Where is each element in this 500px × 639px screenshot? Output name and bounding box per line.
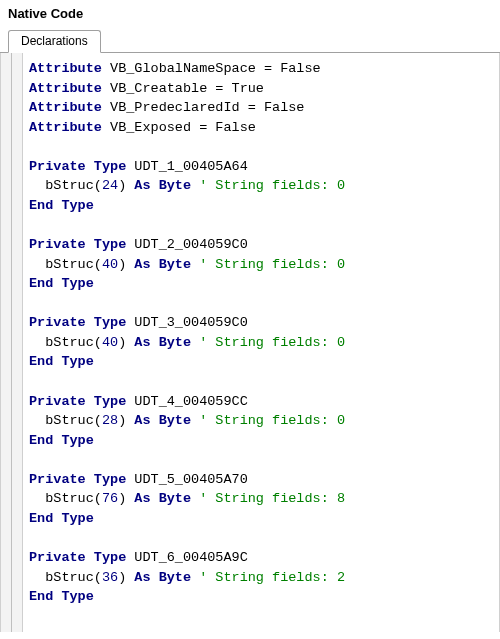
end-type-line: End Type xyxy=(29,431,495,451)
type-decl-line: Private Type UDT_3_004059C0 xyxy=(29,313,495,333)
attribute-line: Attribute VB_Exposed = False xyxy=(29,118,495,138)
tab-declarations[interactable]: Declarations xyxy=(8,30,101,53)
panel-title: Native Code xyxy=(0,0,500,29)
end-type-line: End Type xyxy=(29,587,495,607)
blank-line xyxy=(29,294,495,314)
blank-line xyxy=(29,137,495,157)
blank-line xyxy=(29,529,495,549)
type-field-line: bStruc(24) As Byte ' String fields: 0 xyxy=(29,176,495,196)
code-area[interactable]: Attribute VB_GlobalNameSpace = FalseAttr… xyxy=(23,53,499,632)
tab-strip: Declarations xyxy=(0,29,500,53)
type-field-line: bStruc(36) As Byte ' String fields: 2 xyxy=(29,568,495,588)
code-gutter xyxy=(1,53,23,632)
type-decl-line: Private Type UDT_1_00405A64 xyxy=(29,157,495,177)
type-decl-line: Private Type UDT_4_004059CC xyxy=(29,392,495,412)
type-field-line: bStruc(40) As Byte ' String fields: 0 xyxy=(29,255,495,275)
blank-line xyxy=(29,450,495,470)
type-field-line: bStruc(40) As Byte ' String fields: 0 xyxy=(29,333,495,353)
attribute-line: Attribute VB_GlobalNameSpace = False xyxy=(29,59,495,79)
attribute-line: Attribute VB_PredeclaredId = False xyxy=(29,98,495,118)
attribute-line: Attribute VB_Creatable = True xyxy=(29,79,495,99)
type-decl-line: Private Type UDT_5_00405A70 xyxy=(29,470,495,490)
end-type-line: End Type xyxy=(29,274,495,294)
end-type-line: End Type xyxy=(29,352,495,372)
end-type-line: End Type xyxy=(29,196,495,216)
blank-line xyxy=(29,216,495,236)
type-field-line: bStruc(28) As Byte ' String fields: 0 xyxy=(29,411,495,431)
end-type-line: End Type xyxy=(29,509,495,529)
type-decl-line: Private Type UDT_2_004059C0 xyxy=(29,235,495,255)
blank-line xyxy=(29,372,495,392)
blank-line xyxy=(29,607,495,627)
type-field-line: bStruc(76) As Byte ' String fields: 8 xyxy=(29,489,495,509)
type-decl-line: Private Type UDT_6_00405A9C xyxy=(29,548,495,568)
code-editor: Attribute VB_GlobalNameSpace = FalseAttr… xyxy=(0,53,500,632)
